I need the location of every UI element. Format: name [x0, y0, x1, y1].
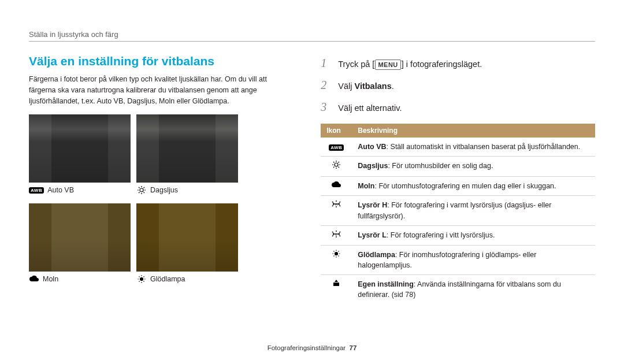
step-2-b: Vitbalans	[355, 81, 392, 91]
svg-line-45	[340, 232, 341, 233]
svg-line-55	[339, 251, 339, 251]
right-column: 1 Tryck på [MENU] i fotograferingsläget.…	[321, 54, 595, 304]
thumb-tungsten	[136, 203, 238, 272]
cloud-icon	[331, 181, 341, 189]
row-bold: Lysrör H	[358, 201, 387, 209]
th-icon: Ikon	[321, 124, 352, 138]
step-1: 1 Tryck på [MENU] i fotograferingsläget.	[321, 54, 595, 72]
row-desc-cell: Moln: För utomhusfotografering en mulen …	[352, 177, 595, 196]
divider	[29, 41, 595, 42]
row-desc-cell: Lysrör L: För fotografering i vitt lysrö…	[352, 225, 595, 245]
step-number: 1	[321, 54, 331, 72]
step-number: 2	[321, 76, 331, 94]
row-icon-cell	[321, 245, 352, 274]
row-bold: Egen inställning	[358, 280, 414, 288]
svg-line-16	[139, 281, 140, 282]
table-row: LLysrör L: För fotografering i vitt lysr…	[321, 225, 595, 245]
table-row: HLysrör H: För fotografering i varmt lys…	[321, 196, 595, 225]
row-bold: Glödlampa	[358, 251, 395, 259]
svg-line-17	[144, 277, 144, 277]
svg-line-32	[332, 202, 333, 203]
intro-text: Färgerna i fotot beror på vilken typ och…	[29, 74, 274, 106]
content-columns: Välja en inställning för vitbalans Färge…	[29, 54, 595, 304]
bulb-icon	[331, 250, 341, 258]
svg-line-24	[339, 167, 340, 168]
svg-point-0	[140, 188, 143, 192]
thumb-grid: AWB Auto VB Dagsljus Moln	[29, 114, 274, 289]
sun-icon	[331, 161, 341, 169]
caption-cloud: Moln	[29, 275, 131, 283]
th-desc: Beskrivning	[352, 124, 595, 138]
steps-list: 1 Tryck på [MENU] i fotograferingsläget.…	[321, 54, 595, 116]
caption-tungsten-label: Glödlampa	[150, 275, 185, 283]
step-3: 3 Välj ett alternativ.	[321, 98, 595, 116]
wb-table: Ikon Beskrivning AWBAuto VB: Ställ autom…	[321, 124, 595, 304]
row-icon-cell: H	[321, 196, 352, 225]
svg-point-9	[140, 278, 143, 281]
step-number: 3	[321, 98, 331, 116]
caption-cloud-label: Moln	[43, 275, 58, 283]
caption-autovb-label: Auto VB	[47, 186, 74, 194]
row-desc-cell: Dagsljus: För utomhusbilder en solig dag…	[352, 157, 595, 177]
row-bold: Dagsljus	[358, 162, 388, 170]
svg-point-18	[335, 163, 338, 166]
step-2-c: .	[392, 81, 394, 91]
bulb-icon	[136, 275, 147, 283]
step-3-text: Välj ett alternativ.	[338, 102, 402, 115]
svg-line-15	[144, 281, 144, 282]
fluorescent-l-icon: L	[331, 230, 341, 238]
thumb-cloud	[29, 203, 131, 272]
row-bold: Lysrör L	[358, 231, 387, 239]
step-1-a: Tryck på [	[338, 60, 374, 69]
row-bold: Moln	[358, 182, 374, 190]
row-icon-cell	[321, 177, 352, 196]
row-bold: Auto VB	[358, 143, 386, 151]
step-2-a: Välj	[338, 81, 354, 91]
caption-tungsten: Glödlampa	[136, 275, 238, 283]
svg-line-34	[332, 206, 333, 207]
cloud-icon	[29, 275, 39, 283]
row-desc-cell: Egen inställning: Använda inställningarn…	[352, 275, 595, 304]
breadcrumb: Ställa in ljusstyrka och färg	[29, 30, 595, 39]
svg-line-53	[339, 255, 339, 256]
row-icon-cell: L	[321, 225, 352, 245]
svg-line-35	[340, 202, 341, 203]
svg-line-43	[340, 235, 341, 236]
svg-line-44	[332, 235, 333, 236]
svg-line-33	[340, 206, 341, 207]
row-desc-cell: Glödlampa: För inomhusfotografering i gl…	[352, 245, 595, 274]
step-1-text: Tryck på [MENU] i fotograferingsläget.	[338, 58, 482, 71]
svg-line-54	[334, 255, 335, 256]
table-row: Dagsljus: För utomhusbilder en solig dag…	[321, 157, 595, 177]
svg-point-47	[335, 252, 338, 255]
awb-icon: AWB	[329, 144, 344, 151]
step-2: 2 Välj Vitbalans.	[321, 76, 595, 94]
svg-line-7	[139, 192, 140, 194]
section-heading: Välja en inställning för vitbalans	[29, 54, 274, 68]
svg-line-26	[339, 162, 340, 163]
svg-line-25	[333, 167, 335, 168]
menu-button-label: MENU	[375, 60, 400, 70]
fluorescent-h-icon: H	[331, 200, 341, 208]
svg-line-42	[332, 232, 333, 233]
svg-line-5	[139, 187, 140, 188]
footer-page: 77	[350, 344, 357, 351]
step-2-text: Välj Vitbalans.	[338, 80, 393, 93]
svg-text:L: L	[336, 233, 337, 236]
footer-label: Fotograferingsinställningar	[268, 344, 346, 351]
table-row: Egen inställning: Använda inställningarn…	[321, 275, 595, 304]
row-desc-cell: Lysrör H: För fotografering i varmt lysr…	[352, 196, 595, 225]
sun-icon	[136, 186, 147, 194]
caption-daylight: Dagsljus	[136, 186, 238, 194]
row-desc-cell: Auto VB: Ställ automatiskt in vitbalanse…	[352, 138, 595, 157]
svg-line-52	[334, 251, 335, 251]
row-icon-cell: AWB	[321, 138, 352, 157]
left-column: Välja en inställning för vitbalans Färge…	[29, 54, 274, 304]
step-1-b: ] i fotograferingsläget.	[402, 60, 482, 69]
row-icon-cell	[321, 157, 352, 177]
row-icon-cell	[321, 275, 352, 304]
svg-line-8	[144, 187, 145, 188]
svg-line-14	[139, 277, 140, 277]
awb-icon: AWB	[29, 187, 44, 194]
svg-text:H: H	[335, 203, 337, 206]
